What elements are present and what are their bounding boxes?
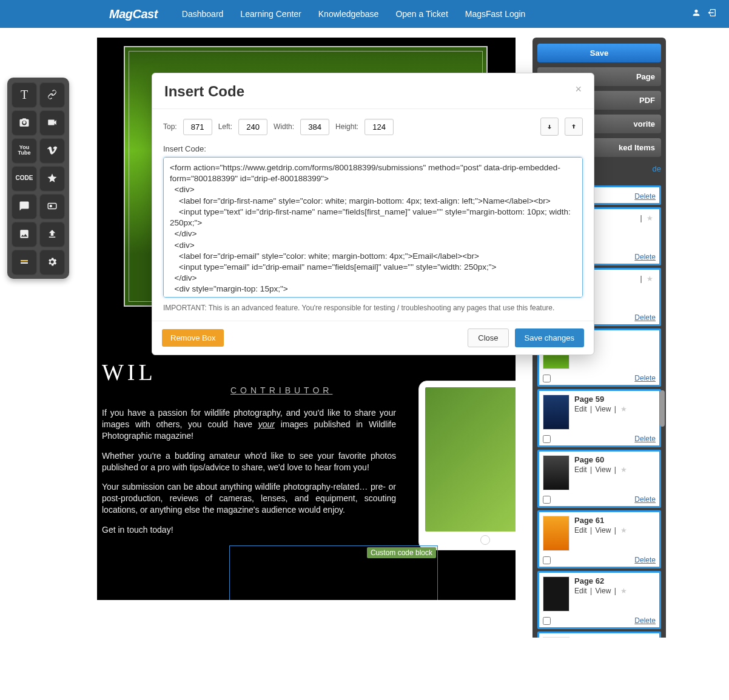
page-thumbnail [543, 455, 569, 490]
left-label: Left: [218, 122, 232, 131]
view-link[interactable]: View [596, 526, 611, 535]
page-thumbnail [543, 637, 569, 638]
top-nav-left: MagCast Dashboard Learning Center Knowle… [12, 7, 525, 21]
left-input[interactable] [238, 119, 267, 135]
page-checkbox[interactable] [543, 496, 551, 504]
delete-link[interactable]: Delete [634, 556, 656, 564]
delete-link[interactable]: Delete [634, 435, 656, 443]
nav-magsfast-login[interactable]: MagsFast Login [465, 9, 526, 19]
page-thumbnail [543, 516, 569, 551]
nav-knowledgebase[interactable]: Knowledgebase [318, 9, 379, 19]
nav-dashboard[interactable]: Dashboard [182, 9, 224, 19]
star-icon[interactable]: ★ [647, 214, 653, 222]
modal-title: Insert Code [164, 83, 244, 100]
page-card[interactable]: Page 62 Edit | View | ★ Delete [537, 571, 661, 629]
width-input[interactable] [300, 119, 329, 135]
page-thumbnail [543, 576, 569, 612]
star-icon[interactable]: ★ [647, 275, 653, 283]
remove-box-button[interactable]: Remove Box [162, 329, 224, 347]
nav-learning-center[interactable]: Learning Center [240, 9, 301, 19]
delete-link[interactable]: Delete [634, 616, 656, 625]
edit-link[interactable]: Edit [574, 405, 587, 413]
delete-link[interactable]: Delete [634, 374, 656, 382]
edit-link[interactable]: Edit [574, 587, 587, 595]
star-icon[interactable]: ★ [620, 526, 627, 535]
modal-note: IMPORTANT: This is an advanced feature. … [163, 304, 583, 312]
delete-link[interactable]: Delete [634, 253, 656, 261]
top-label: Top: [163, 122, 177, 131]
code-textarea[interactable] [163, 157, 583, 298]
top-nav-right [691, 8, 717, 20]
page-card[interactable]: Page 60 Edit | View | ★ Delete [537, 450, 661, 508]
page-card[interactable]: Page 59 Edit | View | ★ Delete [537, 389, 661, 447]
top-nav: MagCast Dashboard Learning Center Knowle… [0, 0, 729, 28]
save-button[interactable]: Save [537, 44, 661, 62]
insert-code-label: Insert Code: [163, 144, 583, 153]
delete-link[interactable]: Delete [634, 192, 656, 201]
page-title: Page 59 [574, 395, 627, 404]
top-input[interactable] [183, 119, 212, 135]
height-input[interactable] [364, 119, 394, 135]
scrollbar-thumb[interactable] [660, 390, 665, 427]
logout-icon[interactable] [707, 8, 717, 20]
page-title: Page 60 [574, 455, 627, 464]
top-nav-links: Dashboard Learning Center Knowledgebase … [182, 9, 526, 19]
star-icon[interactable]: ★ [620, 587, 627, 595]
page-checkbox[interactable] [543, 556, 551, 564]
brand-logo[interactable]: MagCast [109, 7, 158, 21]
page-card[interactable]: Page 61 Edit | View | ★ Delete [537, 510, 661, 568]
view-link[interactable]: View [596, 405, 611, 413]
body-copy: If you have a passion for wildlife photo… [102, 407, 396, 544]
edit-link[interactable]: Edit [574, 526, 587, 535]
page-subtitle: CONTRIBUTOR [230, 385, 332, 395]
delete-link[interactable]: Delete [634, 313, 656, 322]
page-title: Page 62 [574, 576, 627, 585]
insert-code-modal: Insert Code × Top: Left: Width: Height: … [152, 73, 594, 355]
custom-code-block[interactable]: Custom code block [229, 545, 438, 600]
page-title: Page 61 [574, 516, 627, 525]
view-link[interactable]: View [596, 587, 611, 595]
page-checkbox[interactable] [543, 435, 551, 443]
nav-open-ticket[interactable]: Open a Ticket [395, 9, 448, 19]
page-heading: WIL [102, 359, 156, 385]
height-label: Height: [335, 122, 358, 131]
close-button[interactable]: Close [468, 328, 508, 347]
tablet-mockup [418, 381, 516, 550]
width-label: Width: [274, 122, 294, 131]
save-changes-button[interactable]: Save changes [515, 328, 584, 347]
page-card[interactable]: Page 63 Edit | View | [537, 632, 661, 638]
user-icon[interactable] [691, 8, 701, 20]
star-icon[interactable]: ★ [620, 405, 627, 413]
modal-close-icon[interactable]: × [575, 83, 582, 96]
page-checkbox[interactable] [543, 617, 551, 625]
page-checkbox[interactable] [543, 375, 551, 382]
delete-link[interactable]: Delete [634, 495, 656, 504]
bring-front-button[interactable] [565, 118, 583, 136]
page-title: Page 63 [574, 637, 617, 638]
edit-link[interactable]: Edit [574, 465, 587, 474]
star-icon[interactable]: ★ [620, 465, 627, 474]
page-thumbnail [543, 395, 569, 430]
view-link[interactable]: View [596, 465, 611, 474]
send-back-button[interactable] [540, 118, 559, 136]
custom-code-badge: Custom code block [367, 547, 436, 558]
